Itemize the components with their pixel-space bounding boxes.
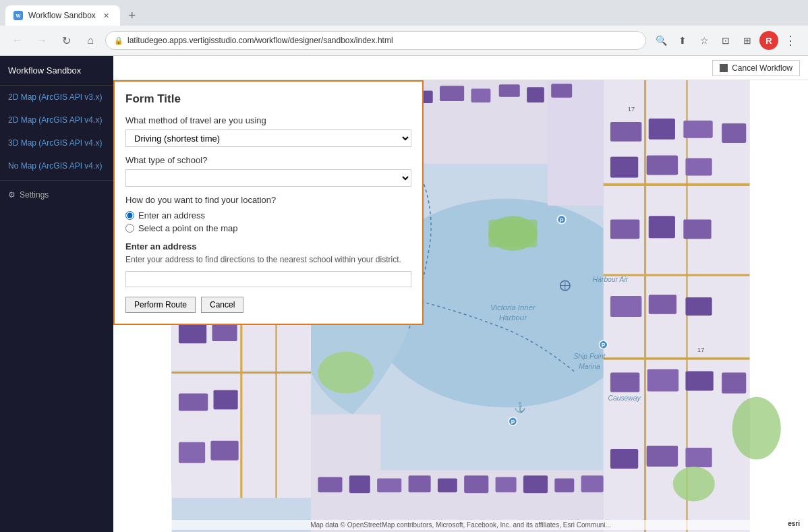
svg-rect-72 (488, 219, 537, 247)
school-type-group: What type of school? Elementary Middle S… (125, 155, 411, 187)
sidebar-item-no-map[interactable]: No Map (ArcGIS API v4.x) (0, 154, 113, 177)
svg-rect-40 (210, 441, 238, 461)
radio-address-label: Enter an address (138, 210, 205, 220)
svg-rect-26 (551, 84, 572, 98)
svg-rect-7 (548, 80, 604, 206)
svg-rect-38 (214, 390, 238, 409)
sidebar-item-2d-v4[interactable]: 2D Map (ArcGIS API v4.x) (0, 109, 113, 131)
svg-rect-55 (647, 369, 679, 391)
radio-map-label: Select a point on the map (138, 223, 237, 233)
svg-text:Harbour Air: Harbour Air (593, 276, 629, 283)
sidebar-item-label: 2D Map (ArcGIS API v3.x) (8, 92, 102, 102)
svg-rect-66 (464, 475, 488, 493)
menu-button[interactable]: ⋮ (781, 31, 800, 50)
reload-button[interactable]: ↻ (57, 31, 76, 50)
svg-text:Ship Point: Ship Point (573, 353, 606, 360)
svg-rect-62 (349, 475, 370, 493)
back-button[interactable]: ← (8, 31, 27, 50)
svg-rect-35 (179, 324, 206, 343)
active-tab[interactable]: W Workflow Sandbox ✕ (5, 5, 120, 26)
svg-rect-42 (649, 119, 675, 140)
top-bar: Cancel Workflow (113, 56, 808, 80)
svg-rect-43 (683, 121, 712, 138)
svg-rect-54 (610, 373, 639, 392)
svg-rect-58 (610, 449, 638, 469)
sidebar-divider (0, 180, 113, 181)
cancel-workflow-button[interactable]: Cancel Workflow (712, 60, 800, 76)
bookmark-button[interactable]: ☆ (695, 31, 714, 50)
cancel-button[interactable]: Cancel (201, 297, 243, 313)
location-radio-group: Enter an address Select a point on the m… (125, 210, 411, 233)
bookmark-add-button[interactable]: ⬆ (673, 31, 692, 50)
main-content: Victoria Inner Harbour Ship Point Marina… (113, 56, 808, 532)
cancel-workflow-label: Cancel Workflow (732, 63, 792, 73)
new-tab-button[interactable]: + (123, 6, 142, 25)
sidebar-header: Workflow Sandbox (0, 56, 113, 86)
school-type-select[interactable]: Elementary Middle School High School (125, 169, 411, 187)
stop-icon (720, 64, 728, 72)
form-title: Form Title (125, 92, 411, 106)
svg-rect-24 (499, 84, 520, 97)
svg-rect-64 (409, 475, 431, 492)
sidebar-item-2d-v3[interactable]: 2D Map (ArcGIS API v3.x) (0, 86, 113, 109)
svg-rect-53 (685, 297, 712, 316)
sidebar-item-3d-v4[interactable]: 3D Map (ArcGIS API v4.x) (0, 131, 113, 154)
radio-item-address[interactable]: Enter an address (125, 210, 411, 220)
svg-text:Causeway: Causeway (608, 394, 641, 402)
extensions-button[interactable]: ⊞ (738, 31, 757, 50)
svg-rect-61 (318, 477, 342, 492)
svg-rect-63 (377, 478, 401, 492)
svg-rect-69 (554, 478, 574, 492)
svg-rect-51 (610, 296, 641, 317)
svg-rect-46 (647, 155, 678, 175)
svg-rect-70 (581, 475, 604, 492)
home-button[interactable]: ⌂ (81, 31, 100, 50)
svg-rect-50 (683, 219, 711, 239)
lock-icon: 🔒 (114, 36, 123, 45)
sidebar-item-settings[interactable]: ⚙ Settings (0, 183, 113, 206)
tab-close-button[interactable]: ✕ (101, 10, 112, 21)
location-method-group: How do you want to find your location? E… (125, 195, 411, 233)
travel-method-group: What method of travel are you using Driv… (125, 115, 411, 147)
svg-rect-56 (685, 372, 713, 391)
tab-title: Workflow Sandbox (28, 11, 96, 20)
radio-item-map[interactable]: Select a point on the map (125, 223, 411, 233)
travel-method-label: What method of travel are you using (125, 115, 411, 125)
travel-method-select[interactable]: Driving (shortest time) Driving (shortes… (125, 129, 411, 147)
tab-favicon: W (13, 11, 23, 20)
svg-point-75 (673, 467, 715, 502)
svg-text:W: W (16, 13, 21, 18)
address-description: Enter your address to find directions to… (125, 254, 411, 266)
svg-text:Marina: Marina (579, 363, 600, 370)
svg-text:P: P (511, 419, 515, 425)
svg-rect-44 (722, 123, 746, 143)
svg-rect-49 (649, 216, 675, 238)
svg-point-74 (732, 397, 781, 460)
sidebar-item-label: 2D Map (ArcGIS API v4.x) (8, 115, 102, 125)
svg-rect-22 (440, 86, 464, 101)
profile-button[interactable]: R (759, 31, 778, 50)
settings-label: Settings (20, 190, 49, 200)
radio-map[interactable] (125, 224, 134, 233)
address-bar[interactable]: 🔒 latitudegeo.apps.vertigisstudio.com/wo… (105, 31, 646, 50)
svg-rect-39 (179, 442, 205, 463)
esri-logo: esri (785, 519, 803, 529)
svg-rect-60 (685, 448, 712, 467)
svg-text:Victoria Inner: Victoria Inner (490, 303, 536, 312)
svg-rect-52 (649, 295, 676, 314)
svg-text:17: 17 (628, 106, 635, 113)
perform-route-button[interactable]: Perform Route (125, 297, 196, 313)
cast-button[interactable]: ⊡ (716, 31, 735, 50)
svg-text:17: 17 (697, 347, 704, 353)
sidebar-item-label: No Map (ArcGIS API v4.x) (8, 161, 102, 171)
svg-text:P: P (560, 218, 564, 224)
forward-button[interactable]: → (32, 31, 51, 50)
address-input[interactable] (125, 271, 411, 287)
radio-address[interactable] (125, 211, 134, 220)
address-section-title: Enter an address (125, 241, 411, 252)
svg-rect-48 (610, 219, 639, 239)
svg-rect-67 (496, 477, 517, 492)
svg-rect-59 (647, 446, 678, 467)
search-button[interactable]: 🔍 (652, 31, 670, 50)
form-panel: Form Title What method of travel are you… (113, 80, 424, 325)
